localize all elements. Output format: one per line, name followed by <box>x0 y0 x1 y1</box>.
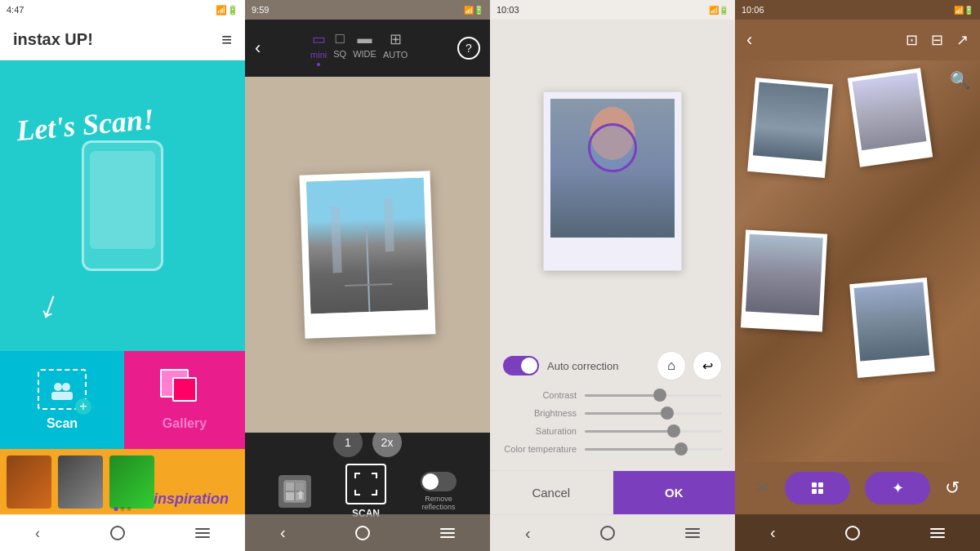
color-temp-slider[interactable] <box>585 448 722 451</box>
back-button-2[interactable]: ‹ <box>255 38 261 59</box>
status-icons-2: 📶🔋 <box>464 6 483 15</box>
undo-button[interactable]: ↩ <box>693 351 722 380</box>
nav-home-4[interactable] <box>845 526 860 540</box>
nav-bar-1: ‹ <box>0 514 245 551</box>
saturation-thumb[interactable] <box>667 424 680 438</box>
nav-home-3[interactable] <box>600 526 615 540</box>
contrast-fill <box>585 394 660 397</box>
cancel-label: Cancel <box>532 486 570 500</box>
saturation-row: Saturation <box>503 426 722 436</box>
face-detection-circle <box>588 123 637 172</box>
panel-photo-edit: 10:03 📶🔋 Auto correction ⌂ ↩ <box>490 0 735 551</box>
saturation-slider[interactable] <box>585 430 722 433</box>
time-4: 10:06 <box>742 5 764 15</box>
cancel-button[interactable]: Cancel <box>490 471 613 514</box>
photo-preview <box>306 178 429 314</box>
page-dots <box>114 507 131 511</box>
reflections-toggle-knob <box>422 473 439 490</box>
app-title: instax UP! <box>13 30 93 49</box>
app-header: instax UP! ≡ <box>0 20 245 60</box>
inspiration-bar[interactable]: inspiration <box>0 449 245 514</box>
scan-controls: SCAN Removereflections <box>245 464 490 519</box>
nav-menu-1[interactable] <box>195 528 210 538</box>
nav-menu-4[interactable] <box>930 528 945 538</box>
status-icons-4: 📶🔋 <box>954 6 973 15</box>
nav-bar-4: ‹ <box>735 514 980 551</box>
tab-auto[interactable]: ⊞ AUTO <box>383 30 408 66</box>
contrast-thumb[interactable] <box>653 389 666 402</box>
nav-home-1[interactable] <box>110 526 125 540</box>
expand-icon[interactable]: ⊡ <box>906 31 918 49</box>
svg-point-1 <box>62 383 70 391</box>
nav-bar-3: ‹ <box>490 514 735 551</box>
gallery-button[interactable]: Gallery <box>124 351 245 449</box>
zoom-1x-label: 1 <box>345 436 351 449</box>
color-temp-thumb[interactable] <box>675 442 688 455</box>
photo-content <box>550 99 675 238</box>
brightness-fill <box>585 412 667 415</box>
gallery-toolbar: ‹ ⊡ ⊟ ↗ <box>735 20 980 60</box>
ok-label: OK <box>665 486 684 500</box>
brightness-slider[interactable] <box>585 412 722 415</box>
photo-img-1 <box>753 82 829 161</box>
color-temp-fill <box>585 448 681 451</box>
photo-img-3 <box>746 234 823 316</box>
viewfinder-toolbar: ‹ ▭ mini □ SQ ▬ WIDE ⊞ AUTO ? <box>245 20 490 77</box>
share-icon[interactable]: ↗ <box>956 31 969 49</box>
svg-rect-2 <box>51 392 73 400</box>
search-button[interactable]: 🔍 <box>950 70 970 90</box>
nav-back-2[interactable]: ‹ <box>280 523 286 542</box>
gallery-photo-4[interactable] <box>849 278 935 378</box>
edit-action-buttons: ⌂ ↩ <box>657 351 722 380</box>
auto-correction-row: Auto correction ⌂ ↩ <box>503 351 722 380</box>
back-button-4[interactable]: ‹ <box>746 29 752 51</box>
sq-label: SQ <box>333 49 346 59</box>
tab-sq[interactable]: □ SQ <box>333 30 346 66</box>
edit-footer-buttons: Cancel OK <box>490 470 735 514</box>
mini-icon: ▭ <box>312 30 326 48</box>
recent-photo-thumbnail[interactable] <box>278 475 311 508</box>
photo-edit-preview <box>490 20 735 343</box>
hamburger-icon[interactable]: ≡ <box>221 29 232 51</box>
camera-viewfinder <box>245 77 490 433</box>
reflections-toggle-track[interactable] <box>421 472 457 491</box>
scissors-icon[interactable]: ✂ <box>755 478 770 499</box>
status-bar-1: 4:47 📶🔋 <box>0 0 245 20</box>
street-photo <box>306 178 429 314</box>
help-button[interactable]: ? <box>457 37 480 60</box>
nav-menu-3[interactable] <box>685 528 700 538</box>
scan-capture-button[interactable]: SCAN <box>345 464 386 519</box>
filter-icon[interactable]: ⊟ <box>931 31 943 49</box>
nav-back-3[interactable]: ‹ <box>525 524 531 543</box>
photo-img-2 <box>852 73 926 150</box>
gallery-photo-3[interactable] <box>741 229 827 331</box>
tab-mini[interactable]: ▭ mini <box>310 30 327 66</box>
nav-back-4[interactable]: ‹ <box>770 523 776 542</box>
brightness-thumb[interactable] <box>661 407 674 420</box>
nav-menu-2[interactable] <box>440 528 455 538</box>
auto-correction-toggle[interactable] <box>503 356 539 375</box>
nav-bar-2: ‹ <box>245 514 490 551</box>
grid-view-button[interactable] <box>785 472 850 504</box>
contrast-slider[interactable] <box>585 394 722 397</box>
svg-point-0 <box>54 383 62 391</box>
wide-label: WIDE <box>353 49 376 59</box>
scan-icon <box>38 369 87 410</box>
gallery-photo-2[interactable] <box>848 68 933 167</box>
magic-arrange-button[interactable]: ✦ <box>865 472 930 504</box>
refresh-icon[interactable]: ↺ <box>945 478 960 499</box>
nav-home-2[interactable] <box>355 526 370 540</box>
gallery-photo-1[interactable] <box>747 78 833 178</box>
nav-back-1[interactable]: ‹ <box>35 525 40 542</box>
time-1: 4:47 <box>7 5 24 15</box>
contrast-row: Contrast <box>503 390 722 400</box>
reset-button[interactable]: ⌂ <box>657 351 686 380</box>
scan-button[interactable]: Scan <box>0 351 124 449</box>
remove-reflections-toggle[interactable]: Removereflections <box>421 472 457 511</box>
tab-wide[interactable]: ▬ WIDE <box>353 30 376 66</box>
scan-label: Scan <box>47 416 78 431</box>
contrast-label: Contrast <box>503 390 577 400</box>
auto-correction-label: Auto correction <box>547 360 657 372</box>
ok-button[interactable]: OK <box>613 471 736 514</box>
toggle-knob <box>521 358 537 374</box>
